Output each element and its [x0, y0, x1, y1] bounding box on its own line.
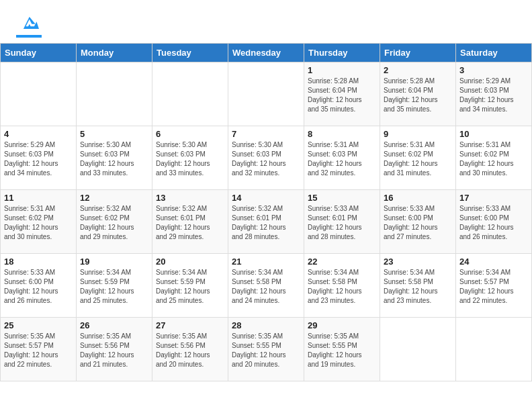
day-info: Sunrise: 5:35 AM Sunset: 5:57 PM Dayligh… [4, 332, 73, 369]
day-info: Sunrise: 5:32 AM Sunset: 6:01 PM Dayligh… [156, 204, 224, 242]
column-header-saturday: Saturday [456, 44, 532, 62]
calendar-cell [228, 62, 304, 126]
calendar-cell: 22Sunrise: 5:34 AM Sunset: 5:58 PM Dayli… [304, 254, 380, 318]
calendar-cell [152, 62, 228, 126]
day-info: Sunrise: 5:28 AM Sunset: 6:04 PM Dayligh… [384, 77, 452, 114]
calendar-cell: 21Sunrise: 5:34 AM Sunset: 5:58 PM Dayli… [228, 254, 304, 318]
day-info: Sunrise: 5:35 AM Sunset: 5:55 PM Dayligh… [232, 332, 300, 369]
day-info: Sunrise: 5:34 AM Sunset: 5:58 PM Dayligh… [308, 268, 376, 306]
week-row-1: 1Sunrise: 5:28 AM Sunset: 6:04 PM Daylig… [1, 62, 532, 126]
calendar-cell [77, 62, 152, 126]
day-info: Sunrise: 5:31 AM Sunset: 6:02 PM Dayligh… [4, 204, 73, 242]
day-number: 15 [308, 193, 376, 203]
calendar-cell: 23Sunrise: 5:34 AM Sunset: 5:58 PM Dayli… [380, 254, 456, 318]
day-number: 6 [156, 129, 224, 139]
day-number: 18 [4, 257, 73, 267]
week-row-4: 18Sunrise: 5:33 AM Sunset: 6:00 PM Dayli… [1, 254, 532, 318]
day-info: Sunrise: 5:34 AM Sunset: 5:59 PM Dayligh… [80, 268, 148, 306]
day-number: 27 [156, 320, 224, 330]
day-number: 13 [156, 193, 224, 203]
day-number: 26 [80, 320, 148, 330]
day-info: Sunrise: 5:31 AM Sunset: 6:02 PM Dayligh… [384, 140, 452, 178]
day-info: Sunrise: 5:34 AM Sunset: 5:58 PM Dayligh… [384, 268, 452, 306]
calendar-cell: 2Sunrise: 5:28 AM Sunset: 6:04 PM Daylig… [380, 62, 456, 126]
calendar-cell: 20Sunrise: 5:34 AM Sunset: 5:59 PM Dayli… [152, 254, 228, 318]
column-header-monday: Monday [77, 44, 152, 62]
calendar-cell: 13Sunrise: 5:32 AM Sunset: 6:01 PM Dayli… [152, 190, 228, 254]
day-info: Sunrise: 5:35 AM Sunset: 5:56 PM Dayligh… [156, 332, 224, 369]
calendar-cell: 11Sunrise: 5:31 AM Sunset: 6:02 PM Dayli… [1, 190, 77, 254]
calendar-cell: 12Sunrise: 5:32 AM Sunset: 6:02 PM Dayli… [77, 190, 152, 254]
day-number: 11 [4, 193, 73, 203]
calendar-cell: 9Sunrise: 5:31 AM Sunset: 6:02 PM Daylig… [380, 126, 456, 190]
day-number: 22 [308, 257, 376, 267]
day-info: Sunrise: 5:30 AM Sunset: 6:03 PM Dayligh… [80, 140, 148, 178]
day-number: 19 [80, 257, 148, 267]
week-row-3: 11Sunrise: 5:31 AM Sunset: 6:02 PM Dayli… [1, 190, 532, 254]
day-number: 12 [80, 193, 148, 203]
day-number: 4 [4, 129, 73, 139]
logo [16, 12, 42, 38]
logo-underline [16, 35, 42, 38]
column-header-thursday: Thursday [304, 44, 380, 62]
calendar-cell: 5Sunrise: 5:30 AM Sunset: 6:03 PM Daylig… [77, 126, 152, 190]
week-row-5: 25Sunrise: 5:35 AM Sunset: 5:57 PM Dayli… [1, 318, 532, 381]
calendar-header-row: SundayMondayTuesdayWednesdayThursdayFrid… [1, 44, 532, 62]
day-number: 16 [384, 193, 452, 203]
day-number: 24 [459, 257, 528, 267]
calendar-cell: 7Sunrise: 5:30 AM Sunset: 6:03 PM Daylig… [228, 126, 304, 190]
calendar-cell: 16Sunrise: 5:33 AM Sunset: 6:00 PM Dayli… [380, 190, 456, 254]
calendar-cell: 18Sunrise: 5:33 AM Sunset: 6:00 PM Dayli… [1, 254, 77, 318]
calendar-cell: 15Sunrise: 5:33 AM Sunset: 6:01 PM Dayli… [304, 190, 380, 254]
svg-marker-0 [24, 17, 39, 29]
day-number: 5 [80, 129, 148, 139]
day-info: Sunrise: 5:33 AM Sunset: 6:00 PM Dayligh… [459, 204, 528, 242]
day-info: Sunrise: 5:29 AM Sunset: 6:03 PM Dayligh… [459, 77, 528, 114]
day-info: Sunrise: 5:35 AM Sunset: 5:56 PM Dayligh… [80, 332, 148, 369]
calendar-cell: 14Sunrise: 5:32 AM Sunset: 6:01 PM Dayli… [228, 190, 304, 254]
day-info: Sunrise: 5:33 AM Sunset: 6:00 PM Dayligh… [384, 204, 452, 242]
calendar-cell: 6Sunrise: 5:30 AM Sunset: 6:03 PM Daylig… [152, 126, 228, 190]
calendar-cell [456, 318, 532, 381]
day-number: 21 [232, 257, 300, 267]
calendar-cell: 24Sunrise: 5:34 AM Sunset: 5:57 PM Dayli… [456, 254, 532, 318]
day-number: 7 [232, 129, 300, 139]
day-number: 3 [459, 65, 528, 75]
column-header-wednesday: Wednesday [228, 44, 304, 62]
day-number: 10 [459, 129, 528, 139]
calendar-cell: 27Sunrise: 5:35 AM Sunset: 5:56 PM Dayli… [152, 318, 228, 381]
calendar-cell: 4Sunrise: 5:29 AM Sunset: 6:03 PM Daylig… [1, 126, 77, 190]
day-number: 1 [308, 65, 376, 75]
week-row-2: 4Sunrise: 5:29 AM Sunset: 6:03 PM Daylig… [1, 126, 532, 190]
day-number: 28 [232, 320, 300, 330]
calendar-cell: 28Sunrise: 5:35 AM Sunset: 5:55 PM Dayli… [228, 318, 304, 381]
calendar-cell: 10Sunrise: 5:31 AM Sunset: 6:02 PM Dayli… [456, 126, 532, 190]
calendar-cell: 17Sunrise: 5:33 AM Sunset: 6:00 PM Dayli… [456, 190, 532, 254]
day-info: Sunrise: 5:34 AM Sunset: 5:59 PM Dayligh… [156, 268, 224, 306]
logo-icon [17, 12, 39, 34]
day-number: 29 [308, 320, 376, 330]
calendar-cell: 25Sunrise: 5:35 AM Sunset: 5:57 PM Dayli… [1, 318, 77, 381]
day-number: 25 [4, 320, 73, 330]
day-info: Sunrise: 5:30 AM Sunset: 6:03 PM Dayligh… [232, 140, 300, 178]
column-header-friday: Friday [380, 44, 456, 62]
day-info: Sunrise: 5:32 AM Sunset: 6:01 PM Dayligh… [232, 204, 300, 242]
calendar-table: SundayMondayTuesdayWednesdayThursdayFrid… [0, 43, 532, 381]
day-number: 14 [232, 193, 300, 203]
day-number: 2 [384, 65, 452, 75]
day-info: Sunrise: 5:35 AM Sunset: 5:55 PM Dayligh… [308, 332, 376, 369]
day-info: Sunrise: 5:31 AM Sunset: 6:02 PM Dayligh… [459, 140, 528, 178]
day-number: 8 [308, 129, 376, 139]
day-number: 23 [384, 257, 452, 267]
day-number: 9 [384, 129, 452, 139]
calendar-cell: 8Sunrise: 5:31 AM Sunset: 6:03 PM Daylig… [304, 126, 380, 190]
day-info: Sunrise: 5:28 AM Sunset: 6:04 PM Dayligh… [308, 77, 376, 114]
day-info: Sunrise: 5:34 AM Sunset: 5:57 PM Dayligh… [459, 268, 528, 306]
calendar-cell: 1Sunrise: 5:28 AM Sunset: 6:04 PM Daylig… [304, 62, 380, 126]
column-header-sunday: Sunday [1, 44, 77, 62]
calendar-cell [1, 62, 77, 126]
day-info: Sunrise: 5:30 AM Sunset: 6:03 PM Dayligh… [156, 140, 224, 178]
calendar-cell: 19Sunrise: 5:34 AM Sunset: 5:59 PM Dayli… [77, 254, 152, 318]
day-info: Sunrise: 5:31 AM Sunset: 6:03 PM Dayligh… [308, 140, 376, 178]
calendar-cell [380, 318, 456, 381]
